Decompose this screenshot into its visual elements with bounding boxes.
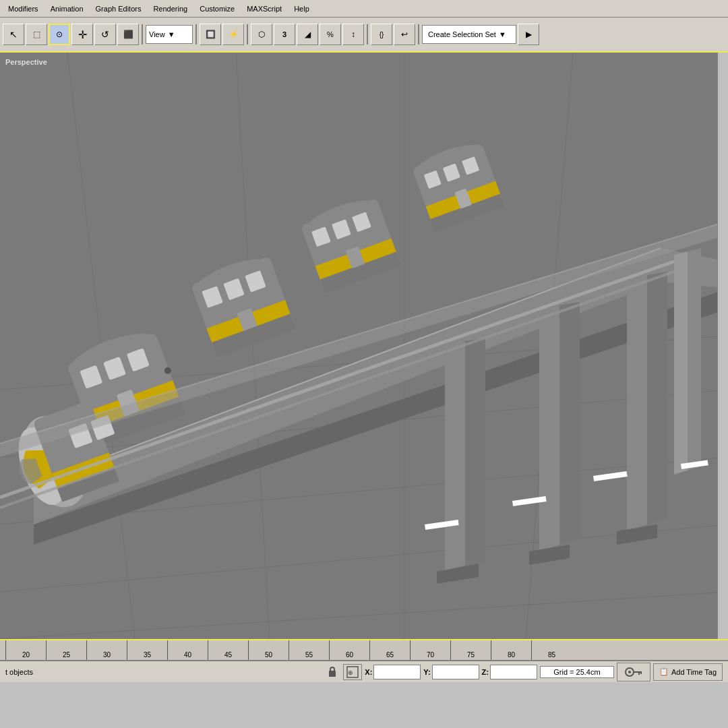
edit-named-button[interactable]: {} <box>371 24 392 45</box>
menu-maxscript[interactable]: MAXScript <box>241 3 287 14</box>
z-coord-field: Z: <box>482 665 537 679</box>
menu-help[interactable]: Help <box>289 3 315 14</box>
ruler-mark-70: 70 <box>410 640 450 660</box>
separator-3 <box>247 24 248 44</box>
ruler-mark-40: 40 <box>167 640 208 660</box>
svg-point-77 <box>628 671 631 673</box>
create-selection-label: Create Selection Set <box>428 30 496 38</box>
move-button[interactable]: ✛ <box>71 24 93 45</box>
view-dropdown[interactable]: View ▼ <box>146 25 193 44</box>
x-coord-field: X: <box>365 665 421 679</box>
svg-marker-22 <box>674 251 688 475</box>
add-time-tag-button[interactable]: 📋 Add Time Tag <box>653 663 723 681</box>
grid-info: Grid = 25.4cm <box>540 666 614 678</box>
ruler-mark-55: 55 <box>289 640 329 660</box>
svg-text:⊕: ⊕ <box>348 669 353 676</box>
selection-box-button[interactable]: ⊙ <box>49 24 70 45</box>
status-text: t objects <box>5 668 322 676</box>
ruler-mark-45: 45 <box>208 640 248 660</box>
y-label: Y: <box>423 668 430 676</box>
ruler-mark-25: 25 <box>46 640 86 660</box>
lock-button[interactable] <box>324 664 340 680</box>
menu-customize[interactable]: Customize <box>194 3 240 14</box>
abs-mode-button[interactable]: ⊕ <box>343 664 362 680</box>
ruler-mark-35: 35 <box>127 640 167 660</box>
ruler-mark-20: 20 <box>5 640 46 660</box>
menu-graph-editors[interactable]: Graph Editors <box>90 3 147 14</box>
angle-snap-button[interactable]: ◢ <box>297 24 318 45</box>
z-label: Z: <box>482 668 489 676</box>
ruler-mark-75: 75 <box>450 640 491 660</box>
viewport-scrollbar[interactable] <box>717 53 728 639</box>
z-input[interactable] <box>490 665 537 679</box>
ruler-mark-80: 80 <box>491 640 531 660</box>
key-icon <box>624 666 643 678</box>
menu-animation[interactable]: Animation <box>45 3 89 14</box>
separator-5 <box>418 24 419 44</box>
menu-rendering[interactable]: Rendering <box>148 3 193 14</box>
svg-marker-14 <box>647 272 667 524</box>
menu-modifiers[interactable]: Modifiers <box>3 3 44 14</box>
separator-4 <box>367 24 368 44</box>
material-editor-button[interactable]: ⬡ <box>251 24 272 45</box>
timeline-ruler: 20 25 30 35 40 45 50 55 60 65 70 75 80 8… <box>0 639 728 661</box>
svg-marker-13 <box>627 275 647 531</box>
svg-marker-17 <box>559 302 580 545</box>
ruler-mark-65: 65 <box>369 640 410 660</box>
ruler-mark-50: 50 <box>248 640 289 660</box>
menu-bar: Modifiers Animation Graph Editors Render… <box>0 0 728 18</box>
x-input[interactable] <box>373 665 421 679</box>
svg-marker-23 <box>688 248 701 471</box>
percent-snap-button[interactable]: % <box>320 24 341 45</box>
abs-icon: ⊕ <box>346 666 359 678</box>
undo-button[interactable]: ↩ <box>394 24 415 45</box>
add-time-tag-icon: 📋 <box>659 667 669 676</box>
ruler-mark-60: 60 <box>329 640 369 660</box>
ruler-mark-85: 85 <box>531 640 572 660</box>
y-input[interactable] <box>432 665 479 679</box>
select-region-button[interactable]: ⬚ <box>26 24 47 45</box>
separator-2 <box>195 24 197 44</box>
quick-render-button[interactable]: ⚡ <box>222 24 244 45</box>
scale-button[interactable]: ⬛ <box>117 24 139 45</box>
separator-1 <box>142 24 143 44</box>
y-coord-field: Y: <box>423 665 479 679</box>
rotate-button[interactable]: ↺ <box>94 24 116 45</box>
3d-scene <box>0 53 728 639</box>
status-bar: t objects ⊕ X: Y: Z: Grid = 25.4cm <box>0 661 728 682</box>
svg-marker-19 <box>445 341 465 572</box>
ruler-marks: 20 25 30 35 40 45 50 55 60 65 70 75 80 8… <box>5 640 723 660</box>
create-selection-set[interactable]: Create Selection Set ▼ <box>422 25 516 44</box>
spinner-snap-button[interactable]: ↕ <box>342 24 364 45</box>
dropdown-arrow-icon: ▼ <box>499 30 506 38</box>
svg-marker-20 <box>465 338 485 565</box>
add-time-tag-label: Add Time Tag <box>671 668 717 676</box>
ruler-mark-30: 30 <box>86 640 127 660</box>
select-cursor-button[interactable]: ↖ <box>3 24 24 45</box>
svg-rect-73 <box>329 671 336 677</box>
x-label: X: <box>365 668 372 676</box>
render-scene-button[interactable]: 🔲 <box>200 24 221 45</box>
viewport[interactable]: Perspective <box>0 53 728 639</box>
extra-btn[interactable]: ▶ <box>518 24 539 45</box>
svg-marker-16 <box>539 305 559 551</box>
lock-icon <box>327 666 338 678</box>
snap3d-button[interactable]: 3 <box>274 24 295 45</box>
key-icon-button[interactable] <box>617 663 650 681</box>
toolbar: ↖ ⬚ ⊙ ✛ ↺ ⬛ View ▼ 🔲 ⚡ ⬡ 3 ◢ % ↕ {} ↩ Cr… <box>0 18 728 53</box>
